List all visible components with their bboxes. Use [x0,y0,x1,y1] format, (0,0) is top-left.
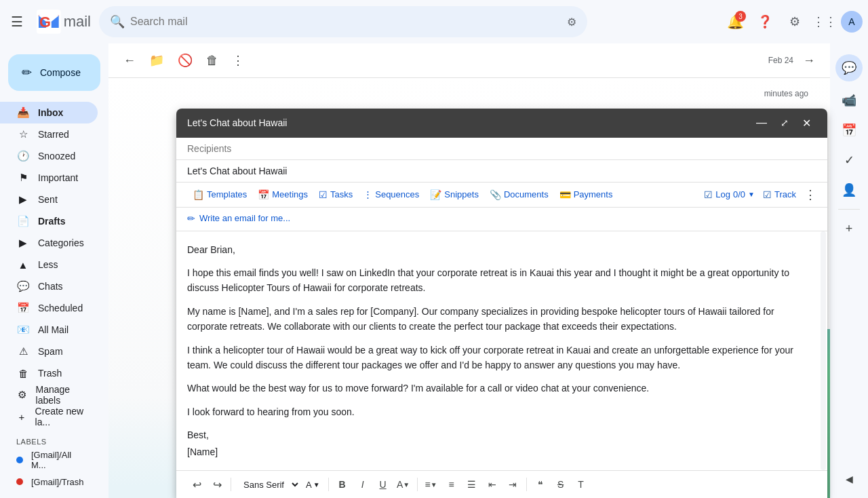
gmail-all-mail-label: [Gmail]/All M... [31,450,87,470]
compose-button[interactable]: ✏ Compose [8,54,100,91]
sidebar-item-spam[interactable]: ⚠ Spam [0,341,98,362]
right-panel-calendar-icon[interactable]: 📅 [835,117,863,144]
forward-arrow-icon[interactable]: → [799,50,819,72]
modal-title: Let's Chat about Hawaii [187,117,751,128]
recipients-row [176,138,827,160]
templates-icon: 📋 [193,189,204,200]
clear-formatting-button[interactable]: T [572,475,591,494]
avatar[interactable]: A [841,11,863,33]
sidebar-item-manage-labels[interactable]: ⚙ Manage labels [0,384,98,406]
snoozed-label: Snoozed [38,151,75,161]
settings-icon[interactable]: ⚙ [781,8,808,35]
categories-icon: ▶ [16,237,30,249]
email-body-area[interactable]: Dear Brian, I hope this email finds you … [176,231,827,470]
less-label: Less [38,259,58,270]
right-panel-meet-icon[interactable]: 📹 [835,87,863,114]
sidebar-item-scheduled[interactable]: 📅 Scheduled [0,297,98,319]
bold-button[interactable]: B [333,475,352,494]
bullet-list-button[interactable]: ☰ [462,475,481,494]
sequences-button[interactable]: ⋮ Sequences [358,187,425,202]
close-button[interactable]: ✕ [797,114,816,132]
inbox-icon: 📥 [16,107,30,119]
log-label: Log [715,189,730,199]
notification-badge: 3 [735,11,746,22]
sidebar-item-starred[interactable]: ☆ Starred [0,123,98,145]
snippets-button[interactable]: 📝 Snippets [425,187,484,203]
email-para2: My name is [Name], and I'm a sales rep f… [187,304,816,334]
apps-icon[interactable]: ⋮⋮ [811,8,838,35]
log-button[interactable]: ☑ Log 0/0 ▼ [704,189,755,200]
sidebar-item-chats[interactable]: 💬 Chats [0,275,98,297]
undo-button[interactable]: ↩ [187,475,206,494]
right-panel-tasks-icon[interactable]: ✓ [835,147,863,174]
subject-row: Let's Chat about Hawaii [176,160,827,183]
modal-header[interactable]: Let's Chat about Hawaii — ⤢ ✕ [176,109,827,138]
redo-button[interactable]: ↪ [208,475,226,494]
align-button[interactable]: ≡▼ [422,475,441,494]
report-icon[interactable]: 🚫 [174,49,197,72]
starred-icon: ☆ [16,128,30,140]
maximize-button[interactable]: ⤢ [775,114,794,132]
write-ai-button[interactable]: ✏ Write an email for me... [187,210,290,227]
sidebar-item-create-label[interactable]: + Create new la... [0,406,98,427]
templates-button[interactable]: 📋 Templates [187,187,252,203]
email-para3: I think a helicopter tour of Hawaii woul… [187,343,816,373]
sidebar-item-drafts[interactable]: 📄 Drafts [0,210,98,232]
font-color-button[interactable]: A▼ [394,475,413,494]
underline-button[interactable]: U [374,475,393,494]
right-panel-contacts-icon[interactable]: 👤 [835,176,863,204]
blockquote-button[interactable]: ❝ [531,475,550,494]
delete-icon[interactable]: 🗑 [202,50,222,72]
archive-icon[interactable]: 📁 [145,49,168,72]
track-button[interactable]: ☑ Track [763,189,796,200]
scheduled-label: Scheduled [38,303,83,313]
sent-label: Sent [38,194,58,205]
log-count: 0/0 [733,189,745,199]
right-panel-chat-icon[interactable]: 💬 [835,54,863,81]
search-options-icon[interactable]: ⚙ [567,16,576,28]
help-icon[interactable]: ❓ [751,8,778,35]
documents-icon: 📎 [490,189,501,200]
italic-button[interactable]: I [353,475,372,494]
meetings-button[interactable]: 📅 Meetings [252,187,313,203]
sidebar-item-snoozed[interactable]: 🕐 Snoozed [0,145,98,167]
more-options-icon[interactable]: ⋮ [804,187,816,202]
right-panel-add-icon[interactable]: + [835,215,863,242]
sidebar-item-gmail-all[interactable]: [Gmail]/All M... [0,449,98,471]
strikethrough-button[interactable]: S [551,475,570,494]
indent-more-button[interactable]: ⇥ [503,475,522,494]
hamburger-menu[interactable]: ☰ [5,8,28,35]
search-input[interactable] [130,16,561,28]
snoozed-icon: 🕐 [16,150,30,162]
fmt-separator4 [526,478,527,491]
payments-button[interactable]: 💳 Payments [554,187,618,203]
sidebar-item-important[interactable]: ⚑ Important [0,167,98,189]
font-size-button[interactable]: A ▼ [302,477,324,493]
font-family-select[interactable]: Sans Serif [235,476,300,493]
numbered-list-button[interactable]: ≡ [442,475,461,494]
sidebar-item-categories[interactable]: ▶ Categories [0,232,98,254]
documents-button[interactable]: 📎 Documents [484,187,554,203]
pencil-icon: ✏ [22,65,32,80]
minimize-button[interactable]: — [751,114,772,132]
sidebar-item-gmail-trash[interactable]: [Gmail]/Trash [0,471,98,493]
email-para4: What would be the best way for us to mov… [187,381,816,396]
recipients-input[interactable] [187,143,816,154]
spam-icon: ⚠ [16,345,30,358]
more-icon[interactable]: ⋮ [228,49,248,72]
sidebar-item-all-mail[interactable]: 📧 All Mail [0,319,98,341]
right-panel-expand-icon[interactable]: ◀ [835,465,863,493]
scrollbar[interactable] [821,231,826,470]
back-arrow-icon[interactable]: ← [119,50,140,72]
compose-label: Compose [40,67,81,78]
sidebar-item-inbox[interactable]: 📥 Inbox [0,102,98,123]
notification-icon[interactable]: 🔔 3 [722,8,749,35]
sidebar-item-trash[interactable]: 🗑 Trash [0,362,98,384]
modal-controls: — ⤢ ✕ [751,114,816,132]
sent-icon: ▶ [16,193,30,206]
sidebar-item-sent[interactable]: ▶ Sent [0,189,98,210]
tasks-button[interactable]: ☑ Tasks [313,187,358,203]
spam-label: Spam [38,346,63,357]
sidebar-item-less[interactable]: ▲ Less [0,254,98,275]
indent-less-button[interactable]: ⇤ [483,475,502,494]
